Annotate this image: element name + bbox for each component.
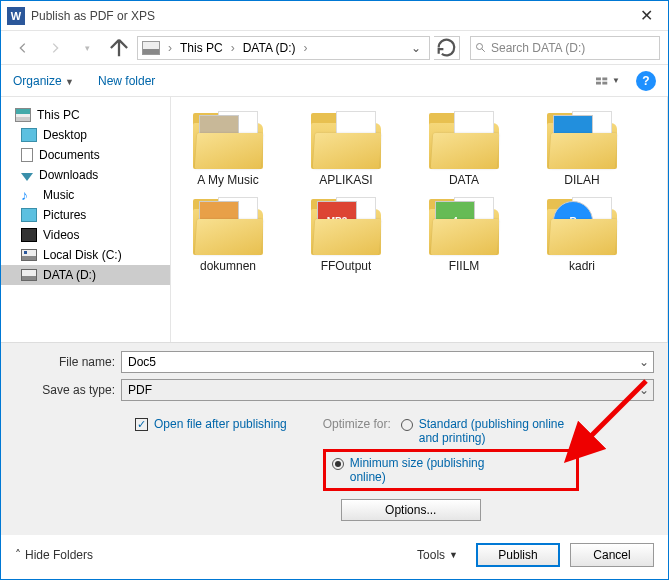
tree-data-d[interactable]: DATA (D:)	[1, 265, 170, 285]
folder-label: dokumnen	[200, 259, 256, 273]
search-placeholder: Search DATA (D:)	[491, 41, 585, 55]
folder-item[interactable]: 4 FIILM	[419, 197, 509, 273]
dialog-window: W Publish as PDF or XPS ✕ ▾ › This PC › …	[0, 0, 669, 580]
folder-item[interactable]: APLIKASI	[301, 111, 391, 187]
saveastype-label: Save as type:	[15, 383, 115, 397]
cancel-button[interactable]: Cancel	[570, 543, 654, 567]
desktop-icon	[21, 128, 37, 142]
breadcrumb-root[interactable]: This PC	[176, 39, 227, 57]
optimize-group: Optimize for: Standard (publishing onlin…	[323, 417, 579, 521]
folder-item[interactable]: MP3 FFOutput	[301, 197, 391, 273]
toolbar: Organize ▼ New folder ▼ ?	[1, 65, 668, 97]
help-icon[interactable]: ?	[636, 71, 656, 91]
file-pane[interactable]: A My Music APLIKASI DATA DILAH dokumnen …	[171, 97, 668, 342]
view-button[interactable]: ▼	[596, 71, 620, 91]
options-button[interactable]: Options...	[341, 499, 481, 521]
titlebar: W Publish as PDF or XPS ✕	[1, 1, 668, 31]
new-folder-button[interactable]: New folder	[98, 74, 155, 88]
folder-label: A My Music	[197, 173, 258, 187]
refresh-button[interactable]	[434, 36, 460, 60]
dialog-title: Publish as PDF or XPS	[31, 9, 624, 23]
breadcrumb-dropdown[interactable]: ⌄	[407, 39, 425, 57]
svg-rect-4	[596, 81, 601, 84]
checkbox-icon: ✓	[135, 418, 148, 431]
folder-item[interactable]: A My Music	[183, 111, 273, 187]
nav-tree: This PC Desktop Documents Downloads ♪Mus…	[1, 97, 171, 342]
chevron-icon[interactable]: ›	[302, 41, 310, 55]
radio-minimum[interactable]: Minimum size (publishing online)	[332, 456, 564, 484]
form-area: File name: Doc5⌄ Save as type: PDF⌄ ✓ Op…	[1, 342, 668, 535]
svg-rect-2	[596, 77, 601, 80]
tree-desktop[interactable]: Desktop	[1, 125, 170, 145]
pictures-icon	[21, 208, 37, 222]
folder-item[interactable]: DATA	[419, 111, 509, 187]
hide-folders-button[interactable]: ˄ Hide Folders	[15, 548, 93, 562]
tools-button[interactable]: Tools▼	[409, 548, 466, 562]
tree-videos[interactable]: Videos	[1, 225, 170, 245]
svg-rect-5	[602, 81, 607, 84]
folder-label: kadri	[569, 259, 595, 273]
folder-label: DATA	[449, 173, 479, 187]
nav-up-button[interactable]	[105, 35, 133, 61]
nav-forward-button[interactable]	[41, 35, 69, 61]
svg-line-1	[482, 48, 485, 51]
saveastype-select[interactable]: PDF⌄	[121, 379, 654, 401]
folder-label: FFOutput	[321, 259, 372, 273]
videos-icon	[21, 228, 37, 242]
svg-point-0	[477, 43, 483, 49]
tree-downloads[interactable]: Downloads	[1, 165, 170, 185]
footer: ˄ Hide Folders Tools▼ Publish Cancel	[1, 535, 668, 579]
radio-icon	[332, 458, 344, 470]
publish-button[interactable]: Publish	[476, 543, 560, 567]
downloads-icon	[21, 173, 33, 181]
nav-recent-button[interactable]: ▾	[73, 35, 101, 61]
disk-c-icon	[21, 249, 37, 261]
tree-documents[interactable]: Documents	[1, 145, 170, 165]
pc-icon	[15, 108, 31, 122]
folder-item[interactable]: DILAH	[537, 111, 627, 187]
organize-button[interactable]: Organize ▼	[13, 74, 74, 88]
body-area: This PC Desktop Documents Downloads ♪Mus…	[1, 97, 668, 342]
dropdown-icon[interactable]: ⌄	[639, 383, 649, 397]
nav-bar: ▾ › This PC › DATA (D:) › ⌄ Search DATA …	[1, 31, 668, 65]
folder-label: DILAH	[564, 173, 599, 187]
folder-label: FIILM	[449, 259, 480, 273]
breadcrumb-drive[interactable]: DATA (D:)	[239, 39, 300, 57]
tree-music[interactable]: ♪Music	[1, 185, 170, 205]
chevron-icon[interactable]: ›	[166, 41, 174, 55]
folder-label: APLIKASI	[319, 173, 372, 187]
radio-standard[interactable]: Optimize for: Standard (publishing onlin…	[323, 417, 579, 445]
chevron-up-icon: ˄	[15, 548, 21, 562]
music-icon: ♪	[21, 188, 37, 202]
filename-label: File name:	[15, 355, 115, 369]
word-icon: W	[7, 7, 25, 25]
folder-item[interactable]: dokumnen	[183, 197, 273, 273]
chevron-icon[interactable]: ›	[229, 41, 237, 55]
breadcrumb[interactable]: › This PC › DATA (D:) › ⌄	[137, 36, 430, 60]
annotation-highlight: Minimum size (publishing online)	[323, 449, 579, 491]
open-after-checkbox[interactable]: ✓ Open file after publishing	[135, 417, 287, 431]
nav-back-button[interactable]	[9, 35, 37, 61]
search-icon	[475, 42, 487, 54]
tree-this-pc[interactable]: This PC	[1, 105, 170, 125]
folder-item[interactable]: R kadri	[537, 197, 627, 273]
documents-icon	[21, 148, 33, 162]
drive-icon	[142, 41, 160, 55]
radio-icon	[401, 419, 413, 431]
tree-pictures[interactable]: Pictures	[1, 205, 170, 225]
svg-rect-3	[602, 77, 607, 80]
dropdown-icon[interactable]: ⌄	[639, 355, 649, 369]
disk-d-icon	[21, 269, 37, 281]
close-button[interactable]: ✕	[624, 2, 668, 30]
search-input[interactable]: Search DATA (D:)	[470, 36, 660, 60]
filename-input[interactable]: Doc5⌄	[121, 351, 654, 373]
tree-local-disk-c[interactable]: Local Disk (C:)	[1, 245, 170, 265]
